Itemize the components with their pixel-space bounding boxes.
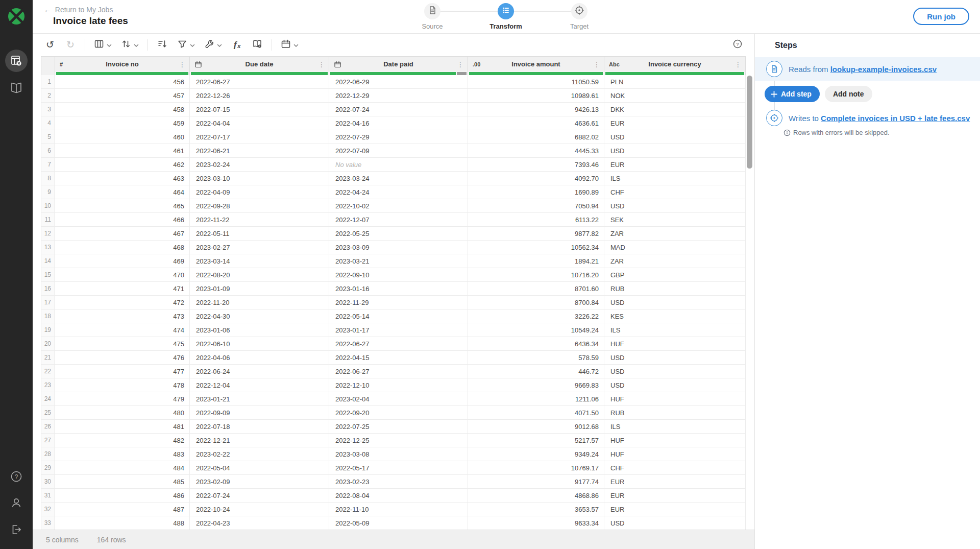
table-cell[interactable]: 469 xyxy=(55,254,190,268)
table-cell[interactable]: 10989.61 xyxy=(468,89,604,102)
table-cell[interactable]: DKK xyxy=(604,103,746,116)
table-cell[interactable]: EUR xyxy=(604,489,746,502)
table-cell[interactable]: 4868.86 xyxy=(468,489,604,502)
table-cell[interactable]: SEK xyxy=(604,213,746,226)
table-row[interactable]: 34582022-07-152022-07-249426.13DKK xyxy=(41,103,746,116)
table-cell[interactable]: EUR xyxy=(604,116,746,130)
table-cell[interactable]: 11050.59 xyxy=(468,75,604,88)
table-cell[interactable]: 456 xyxy=(55,75,190,88)
table-cell[interactable]: No value xyxy=(329,158,468,171)
table-cell[interactable]: 9177.74 xyxy=(468,475,604,488)
table-row[interactable]: 104652022-09-282022-10-027050.94USD xyxy=(41,199,746,213)
vertical-scrollbar[interactable] xyxy=(747,76,752,169)
table-cell[interactable]: 1894.21 xyxy=(468,254,604,268)
table-cell[interactable]: 2022-04-06 xyxy=(190,351,329,364)
table-cell[interactable]: 2022-09-20 xyxy=(329,406,468,419)
table-cell[interactable]: 2023-03-14 xyxy=(190,254,329,268)
table-cell[interactable]: 462 xyxy=(55,158,190,171)
table-row[interactable]: 84632023-03-102023-03-244092.70ILS xyxy=(41,172,746,185)
table-cell[interactable]: 2022-06-27 xyxy=(329,365,468,378)
table-cell[interactable]: 2022-05-11 xyxy=(190,227,329,240)
table-cell[interactable]: 3653.57 xyxy=(468,503,604,516)
table-cell[interactable]: 2022-04-24 xyxy=(329,185,468,199)
table-cell[interactable]: 2022-12-21 xyxy=(190,434,329,447)
table-row[interactable]: 304852023-02-092023-02-239177.74EUR xyxy=(41,475,746,489)
table-row[interactable]: 254802022-09-092022-09-204071.50RUB xyxy=(41,406,746,420)
table-cell[interactable]: 2022-07-17 xyxy=(190,130,329,144)
table-cell[interactable]: 477 xyxy=(55,365,190,378)
table-cell[interactable]: 2022-12-29 xyxy=(329,89,468,102)
table-cell[interactable]: 485 xyxy=(55,475,190,488)
stepper-step-transform[interactable]: Transform xyxy=(498,3,514,19)
stepper-step-target[interactable]: Target xyxy=(571,3,587,19)
table-cell[interactable]: 2023-03-08 xyxy=(329,447,468,461)
column-menu-button[interactable]: ⋮ xyxy=(732,60,744,68)
table-cell[interactable]: 460 xyxy=(55,130,190,144)
table-cell[interactable]: 9633.34 xyxy=(468,516,604,530)
table-cell[interactable]: 2022-04-15 xyxy=(329,351,468,364)
table-cell[interactable]: ILS xyxy=(604,420,746,433)
table-cell[interactable]: 2022-05-04 xyxy=(190,461,329,474)
toolbar-undo-button[interactable]: ↺ xyxy=(42,37,58,53)
table-cell[interactable]: 8700.84 xyxy=(468,296,604,309)
table-row[interactable]: 244792023-01-212023-02-041211.06HUF xyxy=(41,392,746,406)
table-cell[interactable]: 9349.24 xyxy=(468,447,604,461)
table-row[interactable]: 294842022-05-042022-05-1710769.17CHF xyxy=(41,461,746,475)
table-cell[interactable]: HUF xyxy=(604,337,746,350)
table-row[interactable]: 14562022-06-272022-06-2911050.59PLN xyxy=(41,75,746,89)
table-row[interactable]: 194742023-01-062023-01-1710549.24ILS xyxy=(41,323,746,337)
table-cell[interactable]: 2023-01-06 xyxy=(190,323,329,337)
table-cell[interactable]: 481 xyxy=(55,420,190,433)
table-cell[interactable]: 2023-02-23 xyxy=(329,475,468,488)
table-cell[interactable]: 458 xyxy=(55,103,190,116)
table-cell[interactable]: 2023-02-24 xyxy=(190,158,329,171)
table-cell[interactable]: 2023-02-22 xyxy=(190,447,329,461)
column-menu-button[interactable]: ⋮ xyxy=(591,60,602,68)
column-header-due-date[interactable]: Due date ⋮ xyxy=(190,57,329,71)
table-cell[interactable]: MAD xyxy=(604,241,746,254)
table-cell[interactable]: 2022-07-18 xyxy=(190,420,329,433)
table-cell[interactable]: NOK xyxy=(604,89,746,102)
table-row[interactable]: 214762022-04-062022-04-15578.59USD xyxy=(41,351,746,365)
table-cell[interactable]: 2022-06-29 xyxy=(329,75,468,88)
sidebar-item-logout[interactable] xyxy=(0,523,33,536)
toolbar-filter-button[interactable] xyxy=(175,37,197,53)
table-cell[interactable]: CHF xyxy=(604,185,746,199)
table-cell[interactable]: 483 xyxy=(55,447,190,461)
table-cell[interactable]: 2022-10-24 xyxy=(190,503,329,516)
table-cell[interactable]: 472 xyxy=(55,296,190,309)
table-cell[interactable]: 470 xyxy=(55,268,190,281)
table-cell[interactable]: 2023-01-09 xyxy=(190,282,329,295)
table-cell[interactable]: PLN xyxy=(604,75,746,88)
table-cell[interactable]: 457 xyxy=(55,89,190,102)
writes-to-step[interactable]: Writes to Complete invoices in USD + lat… xyxy=(755,109,980,127)
table-row[interactable]: 334882022-04-232022-05-099633.34USD xyxy=(41,516,746,530)
table-cell[interactable]: 476 xyxy=(55,351,190,364)
table-cell[interactable]: GBP xyxy=(604,268,746,281)
table-cell[interactable]: 6882.02 xyxy=(468,130,604,144)
table-cell[interactable]: 10549.24 xyxy=(468,323,604,337)
table-cell[interactable]: USD xyxy=(604,351,746,364)
table-cell[interactable]: 10769.17 xyxy=(468,461,604,474)
table-cell[interactable]: 2022-04-09 xyxy=(190,185,329,199)
table-row[interactable]: 224772022-06-242022-06-27446.72USD xyxy=(41,365,746,378)
table-cell[interactable]: 466 xyxy=(55,213,190,226)
table-cell[interactable]: 461 xyxy=(55,144,190,157)
table-cell[interactable]: USD xyxy=(604,365,746,378)
back-link[interactable]: ← Return to My Jobs xyxy=(44,6,113,14)
table-cell[interactable]: 487 xyxy=(55,503,190,516)
add-note-button[interactable]: Add note xyxy=(825,86,872,102)
table-cell[interactable]: 2022-04-30 xyxy=(190,309,329,323)
table-row[interactable]: 64612022-06-212022-07-094445.33USD xyxy=(41,144,746,158)
table-cell[interactable]: 10562.34 xyxy=(468,241,604,254)
table-cell[interactable]: 2022-04-16 xyxy=(329,116,468,130)
table-cell[interactable]: 480 xyxy=(55,406,190,419)
table-cell[interactable]: 479 xyxy=(55,392,190,405)
table-cell[interactable]: 2022-11-20 xyxy=(190,296,329,309)
app-logo[interactable] xyxy=(0,6,33,27)
table-cell[interactable]: 2022-07-15 xyxy=(190,103,329,116)
toolbar-help-button[interactable]: ? xyxy=(731,38,744,52)
table-cell[interactable]: 463 xyxy=(55,172,190,185)
run-job-button[interactable]: Run job xyxy=(913,8,969,25)
table-cell[interactable]: 2022-09-28 xyxy=(190,199,329,212)
